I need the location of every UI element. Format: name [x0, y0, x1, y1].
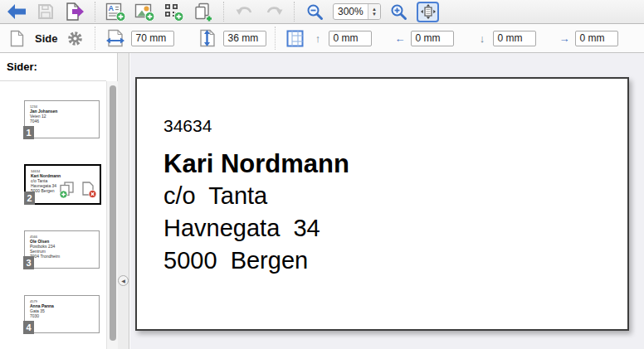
- page-thumbnail-1[interactable]: 1234 Jan Johansen Veien 12 7046 1: [24, 100, 100, 138]
- fit-to-window-icon: [421, 4, 436, 19]
- margins-icon-wrap: [284, 28, 306, 49]
- page-width-input[interactable]: [131, 31, 174, 46]
- page-height-input[interactable]: [223, 31, 266, 46]
- undo-icon: [235, 4, 255, 19]
- toolbar-separator: [223, 2, 224, 22]
- label-line-co: c/o Tanta: [163, 180, 627, 212]
- pages-sidebar: Sider: 1234 Jan Johansen Veien 12 7046 1…: [0, 53, 118, 349]
- page-toolbar-title: Side: [35, 32, 57, 45]
- thumb-line: 7004 Trondheim: [30, 254, 97, 259]
- toolbar-separator: [95, 27, 95, 50]
- margin-left-icon: ←: [393, 32, 406, 45]
- delete-page-button[interactable]: [81, 182, 97, 201]
- gear-icon: [67, 31, 83, 46]
- add-text-icon: A: [105, 2, 126, 22]
- margin-top-input[interactable]: [329, 31, 372, 46]
- page-number-badge: 2: [24, 191, 35, 205]
- svg-text:A: A: [109, 4, 115, 12]
- main-toolbar: A 300% ▲ ▼: [0, 0, 644, 24]
- zoom-level-value: 300%: [334, 4, 368, 19]
- zoom-level-stepper[interactable]: 300% ▲ ▼: [333, 3, 381, 20]
- sidebar-header: Sider:: [7, 61, 37, 73]
- label-line-id: 34634: [163, 115, 627, 136]
- toolbar-separator: [275, 27, 276, 50]
- back-button[interactable]: [5, 2, 27, 22]
- stepper-down-icon: ▼: [372, 12, 377, 17]
- export-icon: [65, 2, 85, 21]
- save-button[interactable]: [34, 2, 56, 22]
- delete-page-icon: [81, 182, 97, 198]
- export-button[interactable]: [63, 2, 85, 22]
- sidebar-divider: [0, 80, 106, 81]
- save-floppy-icon: [37, 3, 54, 20]
- toolbar-separator: [294, 2, 295, 22]
- collapse-sidebar-button[interactable]: ◀: [118, 275, 129, 286]
- page-number-badge: 4: [23, 321, 34, 334]
- qr-code-icon: [163, 2, 184, 22]
- label-preview[interactable]: 34634 Kari Nordmann c/o Tanta Havnegata …: [135, 77, 629, 331]
- page-width-icon-wrap: [104, 28, 126, 49]
- duplicate-page-icon: [58, 182, 76, 198]
- toolbar-separator: [95, 2, 95, 22]
- thumb-line: 7046: [30, 119, 97, 124]
- page-number-badge: 1: [23, 126, 34, 139]
- page-settings-button[interactable]: [64, 28, 86, 49]
- margin-left-input[interactable]: [411, 31, 454, 46]
- undo-button[interactable]: [233, 2, 256, 22]
- margin-down-icon: ↓: [476, 32, 488, 45]
- redo-button[interactable]: [262, 2, 285, 22]
- margins-grid-icon: [286, 30, 304, 47]
- zoom-in-icon: [390, 3, 407, 21]
- page-thumbnail-3[interactable]: 4566 Ole Olsen Postboks 234 Sentrum 7004…: [24, 230, 100, 269]
- label-line-city: 5000 Bergen: [163, 245, 627, 277]
- blank-page-icon: [10, 30, 24, 47]
- zoom-out-icon: [306, 3, 324, 21]
- page-height-icon: [198, 29, 217, 47]
- duplicate-page-button[interactable]: [58, 182, 76, 201]
- page-number-badge: 3: [23, 256, 34, 269]
- page-button[interactable]: [6, 28, 28, 49]
- label-line-name: Kari Nordmann: [163, 148, 627, 180]
- margin-bottom-input[interactable]: [493, 31, 536, 46]
- page-width-icon: [105, 29, 125, 47]
- add-page-icon: [193, 2, 213, 22]
- redo-icon: [264, 4, 284, 19]
- zoom-out-button[interactable]: [304, 2, 326, 22]
- collapse-left-icon: ◀: [121, 278, 125, 284]
- page-thumbnail-2-selected[interactable]: 34634 Kari Nordmann c/o Tanta Havnegata …: [24, 164, 101, 205]
- thumb-line: 7030: [30, 313, 97, 318]
- label-line-street: Havnegata 34: [163, 212, 627, 245]
- add-image-button[interactable]: [134, 2, 156, 22]
- page-toolbar: Side ↑ ← ↓ →: [0, 24, 644, 53]
- fit-to-window-button[interactable]: [417, 2, 439, 22]
- margin-right-input[interactable]: [575, 31, 618, 46]
- add-page-button[interactable]: [192, 2, 214, 22]
- page-height-icon-wrap: [196, 28, 218, 49]
- margin-up-icon: ↑: [311, 32, 324, 45]
- sidebar-scrollbar-thumb[interactable]: [110, 85, 116, 341]
- zoom-in-button[interactable]: [388, 2, 410, 22]
- stepper-arrows[interactable]: ▲ ▼: [368, 4, 380, 19]
- page-thumbnail-4[interactable]: 4579 Anna Panna Gata 35 7030 4: [24, 295, 100, 333]
- back-arrow-icon: [7, 3, 27, 20]
- pane-splitter[interactable]: ◀: [118, 53, 129, 349]
- add-text-button[interactable]: A: [105, 2, 127, 22]
- sidebar-scrollbar[interactable]: [106, 81, 118, 349]
- add-image-icon: [134, 2, 155, 22]
- add-barcode-button[interactable]: [163, 2, 185, 22]
- margin-right-icon: →: [558, 32, 570, 45]
